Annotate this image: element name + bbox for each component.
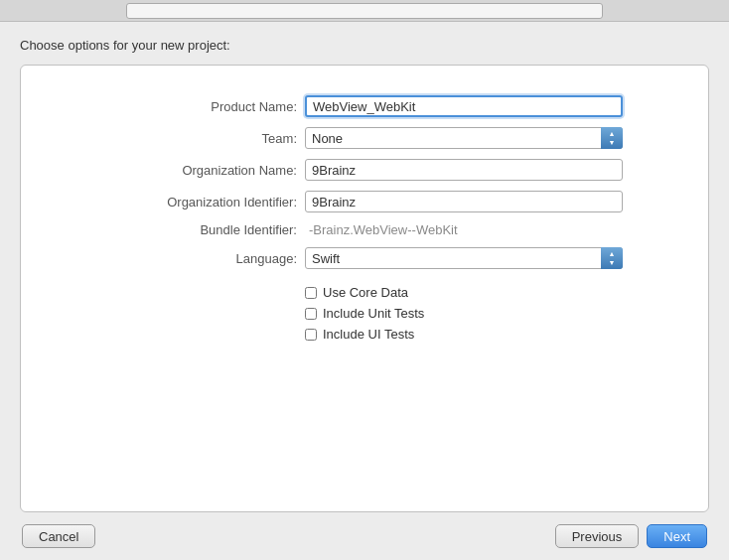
org-name-label: Organization Name: xyxy=(106,163,305,178)
product-name-label: Product Name: xyxy=(106,99,305,114)
org-identifier-label: Organization Identifier: xyxy=(106,195,305,210)
top-bar-input[interactable] xyxy=(126,3,603,19)
product-name-input[interactable] xyxy=(305,95,623,117)
form-area: Product Name: Team: None Add account... … xyxy=(106,95,623,348)
team-row: Team: None Add account... xyxy=(106,127,623,149)
bundle-id-label: Bundle Identifier: xyxy=(106,222,305,237)
next-button[interactable]: Next xyxy=(647,524,707,548)
language-row: Language: Swift Objective-C xyxy=(106,247,623,269)
org-identifier-input[interactable] xyxy=(305,191,623,212)
ui-tests-checkbox[interactable] xyxy=(305,329,317,341)
org-name-row: Organization Name: xyxy=(106,159,623,181)
unit-tests-row: Include Unit Tests xyxy=(305,306,623,321)
language-label: Language: xyxy=(106,251,305,266)
core-data-label: Use Core Data xyxy=(323,285,408,300)
team-select-wrapper: None Add account... xyxy=(305,127,623,149)
language-select[interactable]: Swift Objective-C xyxy=(305,247,623,269)
previous-button[interactable]: Previous xyxy=(555,524,640,548)
org-name-input[interactable] xyxy=(305,159,623,181)
org-identifier-row: Organization Identifier: xyxy=(106,191,623,212)
footer: Cancel Previous Next xyxy=(20,524,709,548)
unit-tests-checkbox[interactable] xyxy=(305,308,317,320)
language-select-wrapper: Swift Objective-C xyxy=(305,247,623,269)
ui-tests-label: Include UI Tests xyxy=(323,327,414,342)
bundle-id-row: Bundle Identifier: -Brainz.WebView--WebK… xyxy=(106,222,623,237)
core-data-checkbox[interactable] xyxy=(305,287,317,299)
ui-tests-row: Include UI Tests xyxy=(305,327,623,342)
page-heading: Choose options for your new project: xyxy=(20,38,709,53)
product-name-row: Product Name: xyxy=(106,95,623,117)
unit-tests-label: Include Unit Tests xyxy=(323,306,424,321)
core-data-row: Use Core Data xyxy=(305,285,623,300)
team-label: Team: xyxy=(106,131,305,146)
bundle-id-value: -Brainz.WebView--WebKit xyxy=(305,222,623,237)
options-panel: Product Name: Team: None Add account... … xyxy=(20,65,709,512)
main-container: Choose options for your new project: Pro… xyxy=(0,22,729,560)
cancel-button[interactable]: Cancel xyxy=(22,524,95,548)
team-select[interactable]: None Add account... xyxy=(305,127,623,149)
checkboxes-section: Use Core Data Include Unit Tests Include… xyxy=(106,285,623,348)
footer-right: Previous Next xyxy=(555,524,707,548)
top-bar xyxy=(0,0,729,22)
